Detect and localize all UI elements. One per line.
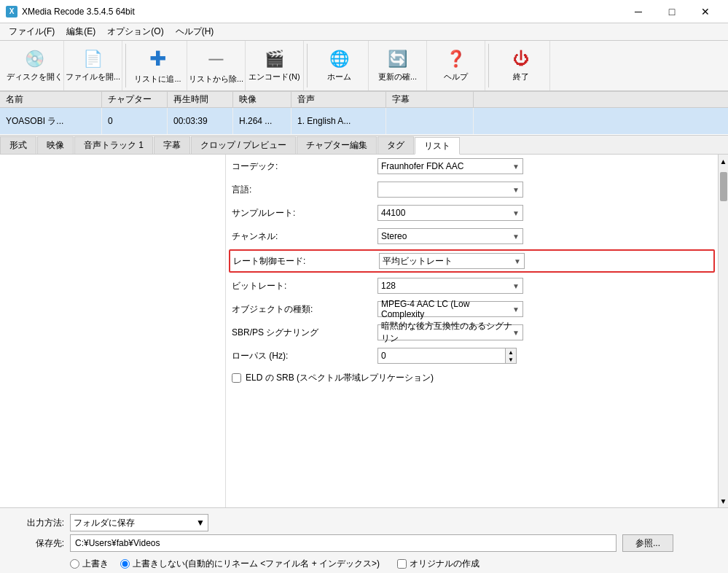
- add-list-button[interactable]: ✚ リストに追...: [129, 41, 187, 90]
- rate-control-dropdown-icon: ▼: [514, 257, 521, 265]
- save-path-label: 保存先:: [6, 537, 64, 550]
- tab-format[interactable]: 形式: [0, 136, 36, 154]
- output-method-dropdown-icon: ▼: [196, 518, 205, 528]
- exit-button[interactable]: ⏻ 終了: [492, 41, 550, 90]
- close-button[interactable]: ✕: [689, 0, 722, 23]
- no-overwrite-radio[interactable]: [120, 559, 130, 569]
- objecttype-control: MPEG-4 AAC LC (Low Complexity ▼: [377, 301, 712, 317]
- header-subtitle: 字幕: [386, 92, 474, 107]
- lowpass-spinbox-buttons: ▲ ▼: [505, 348, 517, 364]
- update-icon: 🔄: [388, 50, 407, 69]
- header-chapter: チャプター: [102, 92, 168, 107]
- language-label: 言語:: [232, 184, 377, 196]
- menu-edit[interactable]: 編集(E): [60, 24, 101, 39]
- lowpass-increment-button[interactable]: ▲: [506, 348, 516, 356]
- main-content: コーデック: Fraunhofer FDK AAC ▼ 言語: ▼: [0, 155, 728, 507]
- samplerate-dropdown-icon: ▼: [512, 209, 520, 217]
- tab-bar: 形式 映像 音声トラック 1 字幕 クロップ / プレビュー チャプター編集 タ…: [0, 136, 728, 155]
- tab-audio[interactable]: 音声トラック 1: [74, 136, 153, 154]
- save-path-value: C:¥Users¥fab¥Videos: [75, 538, 160, 548]
- header-audio: 音声: [291, 92, 386, 107]
- minimize-button[interactable]: ─: [622, 0, 655, 23]
- home-label: ホーム: [327, 71, 351, 82]
- tab-chapter[interactable]: チャプター編集: [297, 136, 377, 154]
- overwrite-label[interactable]: 上書き: [70, 558, 109, 570]
- browse-button[interactable]: 参照...: [622, 534, 673, 552]
- toolbar-sep-3: [488, 44, 489, 87]
- sbrps-dropdown-icon: ▼: [512, 329, 520, 337]
- tab-subtitle[interactable]: 字幕: [154, 136, 190, 154]
- open-file-icon: 📄: [83, 50, 103, 69]
- vertical-scrollbar[interactable]: ▲ ▼: [718, 155, 728, 507]
- sbrps-value: 暗黙的な後方互換性のあるシグナリン: [381, 320, 512, 345]
- remove-list-icon: ─: [209, 47, 224, 71]
- header-video: 映像: [233, 92, 291, 107]
- header-name: 名前: [0, 92, 102, 107]
- rate-control-select[interactable]: 平均ビットレート ▼: [379, 253, 525, 269]
- home-icon: 🌐: [329, 50, 349, 69]
- codec-select[interactable]: Fraunhofer FDK AAC ▼: [377, 158, 523, 174]
- add-list-icon: ✚: [149, 47, 166, 71]
- tab-tag[interactable]: タグ: [377, 136, 414, 154]
- original-checkbox[interactable]: [397, 559, 407, 569]
- help-label: ヘルプ: [444, 71, 468, 82]
- menu-file[interactable]: ファイル(F): [3, 24, 60, 39]
- lowpass-input[interactable]: [377, 348, 505, 364]
- objecttype-dropdown-icon: ▼: [512, 305, 520, 313]
- language-dropdown-icon: ▼: [512, 186, 520, 194]
- language-control: ▼: [377, 182, 712, 198]
- save-path-input[interactable]: C:¥Users¥fab¥Videos: [70, 534, 617, 552]
- no-overwrite-label[interactable]: 上書きしない(自動的にリネーム <ファイル名 + インデックス>): [120, 558, 380, 570]
- objecttype-row: オブジェクトの種類: MPEG-4 AAC LC (Low Complexity…: [226, 297, 718, 321]
- overwrite-radio[interactable]: [70, 559, 79, 569]
- scroll-down-button[interactable]: ▼: [719, 496, 728, 506]
- channel-value: Stereo: [381, 231, 407, 241]
- channel-select[interactable]: Stereo ▼: [377, 228, 523, 244]
- scroll-thumb[interactable]: [720, 172, 727, 201]
- bottom-area: 出力方法: フォルダに保存 ▼ 保存先: C:¥Users¥fab¥Videos…: [0, 507, 728, 573]
- maximize-button[interactable]: □: [655, 0, 689, 23]
- bitrate-control: 128 ▼: [377, 278, 712, 294]
- output-method-select[interactable]: フォルダに保存 ▼: [70, 514, 208, 531]
- objecttype-label: オブジェクトの種類:: [232, 303, 377, 316]
- lowpass-decrement-button[interactable]: ▼: [506, 356, 516, 363]
- overwrite-radio-group: 上書き 上書きしない(自動的にリネーム <ファイル名 + インデックス>): [70, 558, 380, 570]
- bitrate-select[interactable]: 128 ▼: [377, 278, 523, 294]
- tab-list[interactable]: リスト: [415, 137, 460, 155]
- header-duration: 再生時間: [168, 92, 233, 107]
- encode-button[interactable]: 🎬 エンコード(N): [246, 41, 304, 90]
- remove-list-button[interactable]: ─ リストから除...: [187, 41, 246, 90]
- codec-label: コーデック:: [232, 160, 377, 173]
- menu-help[interactable]: ヘルプ(H): [170, 24, 220, 39]
- cell-video: H.264 ...: [233, 108, 291, 134]
- no-overwrite-text: 上書きしない(自動的にリネーム <ファイル名 + インデックス>): [133, 558, 380, 570]
- samplerate-value: 44100: [381, 208, 405, 218]
- home-button[interactable]: 🌐 ホーム: [310, 41, 369, 90]
- menu-bar: ファイル(F) 編集(E) オプション(O) ヘルプ(H): [0, 23, 728, 41]
- file-list-row[interactable]: YOASOBI ラ... 0 00:03:39 H.264 ... 1. Eng…: [0, 108, 728, 134]
- tab-crop[interactable]: クロップ / プレビュー: [191, 136, 296, 154]
- scroll-up-button[interactable]: ▲: [719, 156, 728, 166]
- open-file-button[interactable]: 📄 ファイルを開...: [64, 41, 122, 90]
- remove-list-label: リストから除...: [189, 74, 243, 85]
- overwrite-text: 上書き: [82, 558, 109, 570]
- settings-panel: コーデック: Fraunhofer FDK AAC ▼ 言語: ▼: [226, 155, 728, 507]
- help-button[interactable]: ❓ ヘルプ: [427, 41, 485, 90]
- output-method-value: フォルダに保存: [74, 517, 135, 529]
- samplerate-select[interactable]: 44100 ▼: [377, 205, 523, 221]
- eld-checkbox[interactable]: [232, 373, 241, 383]
- objecttype-select[interactable]: MPEG-4 AAC LC (Low Complexity ▼: [377, 301, 523, 317]
- left-panel: [0, 155, 226, 507]
- cell-duration: 00:03:39: [168, 108, 233, 134]
- eld-label: ELD の SRB (スペクトル帯域レプリケーション): [246, 372, 434, 384]
- language-select[interactable]: ▼: [377, 182, 523, 198]
- update-button[interactable]: 🔄 更新の確...: [369, 41, 427, 90]
- tab-video[interactable]: 映像: [37, 136, 74, 154]
- original-checkbox-label[interactable]: オリジナルの作成: [397, 558, 480, 570]
- sbrps-select[interactable]: 暗黙的な後方互換性のあるシグナリン ▼: [377, 324, 523, 340]
- exit-icon: ⏻: [513, 50, 529, 69]
- language-row: 言語: ▼: [226, 178, 718, 201]
- menu-options[interactable]: オプション(O): [101, 24, 169, 39]
- bitrate-row: ビットレート: 128 ▼: [226, 274, 718, 297]
- open-disk-button[interactable]: 💿 ディスクを開く: [6, 41, 64, 90]
